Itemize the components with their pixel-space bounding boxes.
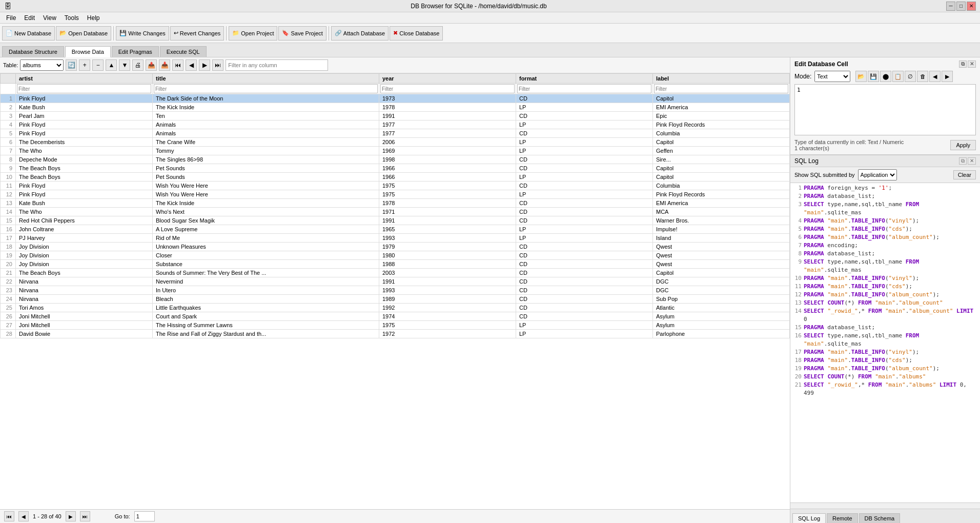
table-row[interactable]: 10 The Beach Boys Pet Sounds 1966 LP Cap… — [1, 173, 790, 182]
table-row[interactable]: 16 John Coltrane A Love Supreme 1965 LP … — [1, 225, 790, 234]
btab-sql-log[interactable]: SQL Log — [792, 513, 826, 523]
close-btn[interactable]: ✕ — [967, 2, 976, 11]
table-row[interactable]: 28 David Bowie The Rise and Fall of Zigg… — [1, 330, 790, 338]
filter-year-input[interactable] — [380, 84, 515, 93]
table-row[interactable]: 24 Nirvana Bleach 1989 CD Sub Pop — [1, 295, 790, 304]
table-row[interactable]: 13 Kate Bush The Kick Inside 1978 CD EMI… — [1, 199, 790, 208]
open-database-button[interactable]: 📂 Open Database — [56, 26, 111, 41]
menu-file[interactable]: File — [2, 13, 20, 23]
last-page-btn[interactable]: ⏭ — [212, 59, 223, 71]
sql-log-close-btn[interactable]: ✕ — [968, 157, 976, 165]
btab-remote[interactable]: Remote — [827, 513, 858, 523]
filter-title-input[interactable] — [154, 84, 378, 93]
table-row[interactable]: 26 Joni Mitchell Court and Spark 1974 CD… — [1, 312, 790, 321]
table-row[interactable]: 27 Joni Mitchell The Hissing of Summer L… — [1, 321, 790, 330]
cell-edit-textarea[interactable]: 1 — [794, 84, 976, 135]
col-header-label[interactable]: label — [652, 74, 789, 84]
goto-input[interactable] — [134, 511, 155, 521]
table-row[interactable]: 12 Pink Floyd Wish You Were Here 1975 LP… — [1, 190, 790, 199]
table-row[interactable]: 8 Depeche Mode The Singles 86>98 1998 CD… — [1, 155, 790, 164]
minimize-btn[interactable]: ─ — [946, 2, 955, 11]
close-database-button[interactable]: ✖ Close Database — [390, 26, 443, 41]
edit-cell-close-btn[interactable]: ✕ — [968, 61, 976, 68]
refresh-btn[interactable]: 🔄 — [66, 59, 77, 71]
unknown-btn1[interactable]: ◀ — [929, 71, 941, 82]
clear-button[interactable]: Clear — [953, 170, 976, 179]
first-page-btn[interactable]: ⏮ — [172, 59, 183, 71]
btab-db-schema[interactable]: DB Schema — [859, 513, 901, 523]
export-cell-btn[interactable]: 💾 — [868, 71, 879, 82]
tab-db-structure[interactable]: Database Structure — [2, 46, 64, 57]
table-row[interactable]: 9 The Beach Boys Pet Sounds 1966 CD Capi… — [1, 164, 790, 173]
prev-btn[interactable]: ◀ — [18, 511, 29, 521]
first-btn[interactable]: ⏮ — [4, 511, 14, 521]
col-header-num[interactable] — [1, 74, 16, 84]
table-row[interactable]: 7 The Who Tommy 1969 LP Geffen — [1, 147, 790, 155]
table-row[interactable]: 19 Joy Division Closer 1980 CD Qwest — [1, 251, 790, 260]
table-row[interactable]: 22 Nirvana Nevermind 1991 CD DGC — [1, 277, 790, 286]
submitted-by-select[interactable]: Application User All — [858, 169, 897, 180]
col-header-artist[interactable]: artist — [16, 74, 153, 84]
last-btn[interactable]: ⏭ — [80, 511, 90, 521]
table-row[interactable]: 2 Kate Bush The Kick Inside 1978 LP EMI … — [1, 103, 790, 112]
table-row[interactable]: 4 Pink Floyd Animals 1977 LP Pink Floyd … — [1, 120, 790, 129]
table-row[interactable]: 25 Tori Amos Little Earthquakes 1992 CD … — [1, 304, 790, 312]
clear-cell-btn[interactable]: 🗑 — [917, 71, 928, 82]
table-row[interactable]: 11 Pink Floyd Wish You Were Here 1975 CD… — [1, 182, 790, 190]
menu-tools[interactable]: Tools — [60, 13, 83, 23]
table-row[interactable]: 20 Joy Division Substance 1988 CD Qwest — [1, 260, 790, 269]
menu-help[interactable]: Help — [83, 13, 104, 23]
mode-select[interactable]: Text Hex Binary NULL — [814, 71, 850, 82]
tab-edit-pragmas[interactable]: Edit Pragmas — [112, 46, 159, 57]
tab-browse-data[interactable]: Browse Data — [65, 46, 111, 57]
new-database-button[interactable]: 📄 New Database — [2, 26, 55, 41]
new-record-btn[interactable]: + — [79, 59, 90, 71]
table-row[interactable]: 3 Pearl Jam Ten 1991 CD Epic — [1, 112, 790, 120]
filter-artist-input[interactable] — [17, 84, 151, 93]
print-btn[interactable]: 🖨 — [132, 59, 144, 71]
maximize-btn[interactable]: □ — [956, 2, 966, 11]
import-cell-btn[interactable]: 📂 — [855, 71, 867, 82]
table-row[interactable]: 6 The Decemberists The Crane Wife 2006 L… — [1, 138, 790, 147]
tab-execute-sql[interactable]: Execute SQL — [160, 46, 207, 57]
sql-log-detach-btn[interactable]: ⧉ — [959, 157, 967, 165]
sql-line-num: 7 — [791, 242, 802, 250]
table-row[interactable]: 23 Nirvana In Utero 1993 CD DGC — [1, 286, 790, 295]
table-row[interactable]: 15 Red Hot Chili Peppers Blood Sugar Sex… — [1, 216, 790, 225]
col-header-format[interactable]: format — [516, 74, 652, 84]
open-project-button[interactable]: 📁 Open Project — [229, 26, 277, 41]
col-header-title[interactable]: title — [153, 74, 379, 84]
table-row[interactable]: 1 Pink Floyd The Dark Side of the Moon 1… — [1, 94, 790, 103]
prev-page-btn[interactable]: ◀ — [186, 59, 197, 71]
import-btn[interactable]: 📥 — [159, 59, 170, 71]
align-left-btn[interactable]: ⬤ — [880, 71, 891, 82]
next-btn[interactable]: ▶ — [66, 511, 76, 521]
move-down-btn[interactable]: ▼ — [119, 59, 130, 71]
table-row[interactable]: 21 The Beach Boys Sounds of Summer: The … — [1, 269, 790, 277]
attach-database-button[interactable]: 🔗 Attach Database — [331, 26, 389, 41]
table-selector[interactable]: albums vinyl cds album_count — [20, 59, 64, 71]
export-btn[interactable]: 📤 — [146, 59, 157, 71]
write-changes-button[interactable]: 💾 Write Changes — [116, 26, 169, 41]
revert-changes-button[interactable]: ↩ Revert Changes — [170, 26, 224, 41]
menu-edit[interactable]: Edit — [20, 13, 39, 23]
sql-hscroll[interactable] — [790, 502, 980, 509]
filter-label-input[interactable] — [654, 84, 788, 93]
apply-button[interactable]: Apply — [950, 140, 976, 150]
filter-format-input[interactable] — [517, 84, 651, 93]
table-row[interactable]: 5 Pink Floyd Animals 1977 CD Columbia — [1, 129, 790, 138]
delete-record-btn[interactable]: − — [92, 59, 104, 71]
filter-input[interactable] — [226, 59, 328, 71]
table-row[interactable]: 14 The Who Who's Next 1971 CD MCA — [1, 208, 790, 216]
edit-cell-detach-btn[interactable]: ⧉ — [959, 61, 967, 68]
copy-hex-btn[interactable]: 📋 — [892, 71, 904, 82]
null-btn[interactable]: ∅ — [905, 71, 916, 82]
move-up-btn[interactable]: ▲ — [106, 59, 117, 71]
menu-view[interactable]: View — [39, 13, 60, 23]
save-project-button[interactable]: 🔖 Save Project — [278, 26, 326, 41]
col-header-year[interactable]: year — [379, 74, 516, 84]
unknown-btn2[interactable]: ▶ — [942, 71, 953, 82]
table-row[interactable]: 17 PJ Harvey Rid of Me 1993 LP Island — [1, 234, 790, 243]
table-row[interactable]: 18 Joy Division Unknown Pleasures 1979 C… — [1, 243, 790, 251]
next-page-btn[interactable]: ▶ — [199, 59, 210, 71]
